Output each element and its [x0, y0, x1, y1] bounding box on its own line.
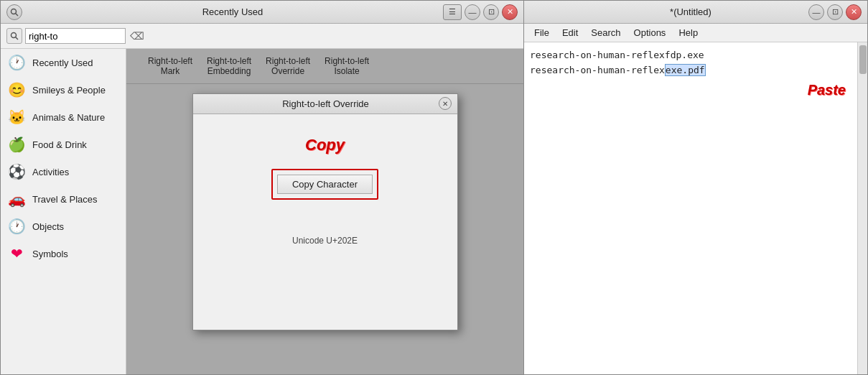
sidebar: 🕐 Recently Used 😊 Smileys & People 🐱 Ani…	[1, 49, 126, 374]
sidebar-item-activities[interactable]: ⚽ Activities	[1, 158, 126, 185]
menu-file[interactable]: File	[528, 26, 555, 40]
symbols-icon: ❤	[8, 245, 25, 262]
activities-icon: ⚽	[8, 163, 25, 180]
modal-copy-label: Copy	[305, 136, 345, 154]
editor-maximize-btn[interactable]: ⊡	[827, 4, 843, 20]
editor-scrollbar[interactable]	[857, 42, 867, 374]
search-input[interactable]	[25, 28, 126, 44]
char-map-search-btn[interactable]	[6, 4, 22, 20]
editor-close-btn[interactable]: ✕	[846, 4, 862, 20]
smileys-icon: 😊	[8, 81, 25, 98]
sidebar-item-label: Recently Used	[32, 57, 93, 68]
scrollbar-thumb	[859, 45, 867, 74]
menu-help[interactable]: Help	[673, 26, 704, 40]
sidebar-item-label: Smileys & People	[32, 85, 106, 96]
sidebar-item-food-drink[interactable]: 🍏 Food & Drink	[1, 131, 126, 158]
sidebar-item-travel-places[interactable]: 🚗 Travel & Places	[1, 185, 126, 213]
line2-highlight: exe.pdf	[665, 64, 706, 76]
content-area: Right-to-left Mark Right-to-left Embeddi…	[126, 49, 523, 374]
sidebar-item-label: Objects	[32, 221, 64, 232]
char-map-window: Recently Used ☰ — ⊡ ✕ ⌫ 🕐 Recently Used	[0, 0, 524, 375]
copy-character-button[interactable]: Copy Character	[277, 175, 373, 194]
sidebar-item-label: Travel & Places	[32, 194, 98, 205]
modal-title: Right-to-left Override	[213, 98, 439, 109]
svg-point-0	[11, 9, 17, 14]
modal-titlebar: Right-to-left Override ✕	[193, 94, 457, 114]
menu-search[interactable]: Search	[585, 26, 626, 40]
modal-close-btn[interactable]: ✕	[439, 97, 452, 110]
line1-before: research-on-human-reflex	[530, 50, 665, 60]
editor-titlebar: *(Untitled) — ⊡ ✕	[524, 1, 867, 24]
menu-edit[interactable]: Edit	[556, 26, 584, 40]
search-clear-btn[interactable]: ⌫	[129, 30, 146, 42]
search-icon[interactable]	[6, 28, 22, 44]
modal-overlay: Right-to-left Override ✕ Copy Copy Chara…	[126, 49, 523, 374]
sidebar-item-objects[interactable]: 🕐 Objects	[1, 213, 126, 240]
recently-used-icon: 🕐	[8, 54, 25, 71]
editor-line-1: research-on-human-reflexfdp.exe	[530, 48, 851, 63]
animals-icon: 🐱	[8, 108, 25, 126]
modal-body: Copy Copy Character Unicode U+202E	[193, 114, 457, 330]
objects-icon: 🕐	[8, 218, 25, 235]
editor-content: research-on-human-reflexfdp.exe research…	[524, 42, 867, 374]
travel-icon: 🚗	[8, 190, 25, 208]
char-map-titlebar: Recently Used ☰ — ⊡ ✕	[1, 1, 523, 24]
sidebar-item-label: Animals & Nature	[32, 112, 105, 123]
sidebar-item-label: Activities	[32, 167, 69, 177]
copy-btn-wrapper: Copy Character	[271, 169, 378, 200]
editor-minimize-btn[interactable]: —	[808, 4, 824, 20]
editor-line-2: research-on-human-reflexexe.pdf	[530, 63, 851, 78]
editor-text-display[interactable]: research-on-human-reflexfdp.exe research…	[524, 42, 857, 374]
sidebar-item-symbols[interactable]: ❤ Symbols	[1, 240, 126, 267]
editor-title: *(Untitled)	[573, 6, 808, 17]
search-bar: ⌫	[1, 24, 523, 49]
line1-after: fdp.exe	[665, 50, 704, 60]
svg-line-3	[16, 37, 19, 40]
char-map-title: Recently Used	[22, 6, 443, 17]
sidebar-item-label: Food & Drink	[32, 139, 87, 150]
menu-options[interactable]: Options	[628, 26, 672, 40]
char-map-close-btn[interactable]: ✕	[502, 4, 518, 20]
food-icon: 🍏	[8, 136, 25, 153]
char-map-menu-btn[interactable]: ☰	[443, 4, 462, 20]
svg-point-2	[11, 33, 17, 38]
svg-line-1	[16, 13, 19, 16]
modal-unicode: Unicode U+202E	[292, 236, 358, 246]
modal-dialog: Right-to-left Override ✕ Copy Copy Chara…	[192, 93, 458, 330]
sidebar-item-smileys-people[interactable]: 😊 Smileys & People	[1, 76, 126, 103]
char-map-minimize-btn[interactable]: —	[465, 4, 480, 20]
main-area: 🕐 Recently Used 😊 Smileys & People 🐱 Ani…	[1, 49, 523, 374]
editor-menubar: File Edit Search Options Help	[524, 24, 867, 42]
sidebar-item-label: Symbols	[32, 249, 68, 259]
sidebar-item-recently-used[interactable]: 🕐 Recently Used	[1, 49, 126, 76]
editor-window: *(Untitled) — ⊡ ✕ File Edit Search Optio…	[524, 0, 868, 375]
sidebar-item-animals-nature[interactable]: 🐱 Animals & Nature	[1, 103, 126, 131]
char-map-maximize-btn[interactable]: ⊡	[483, 4, 499, 20]
line2-before: research-on-human-reflex	[530, 65, 665, 75]
